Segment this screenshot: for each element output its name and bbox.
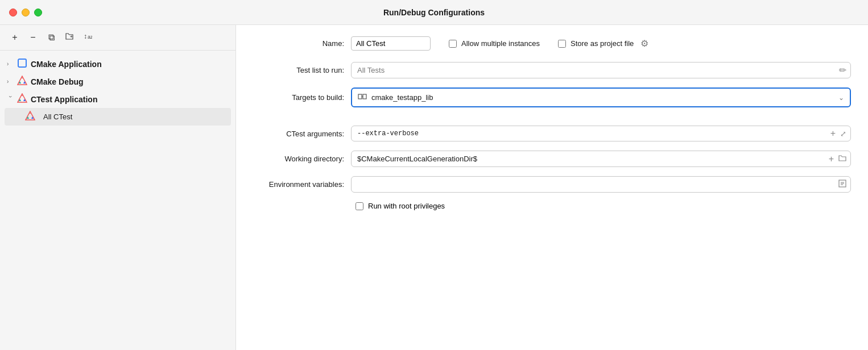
root-privileges-row: Run with root privileges: [356, 202, 851, 210]
root-privileges-label: Run with root privileges: [368, 202, 445, 210]
working-dir-input[interactable]: [351, 151, 851, 167]
sidebar-item-ctest-application[interactable]: › CTest Application: [0, 90, 235, 108]
ctest-args-field-wrapper: + ⤢: [351, 126, 851, 141]
chevron-right-icon: ›: [7, 61, 14, 67]
targets-row: Targets to build: cmake_testapp_lib ⌄: [253, 88, 851, 107]
new-folder-button[interactable]: +: [61, 30, 77, 45]
sidebar-label-ctest-application: CTest Application: [31, 95, 97, 104]
working-dir-field-wrapper: +: [351, 151, 851, 167]
targets-dropdown[interactable]: cmake_testapp_lib ⌄: [351, 88, 851, 107]
add-dir-icon[interactable]: +: [829, 154, 834, 164]
ctest-args-icons: + ⤢: [830, 128, 846, 139]
ctest-args-input[interactable]: [351, 126, 851, 141]
allow-multiple-group: Allow multiple instances: [449, 39, 540, 48]
all-ctest-icon: [25, 111, 35, 123]
add-config-button[interactable]: +: [7, 30, 23, 45]
name-row: Name: Allow multiple instances Store as …: [253, 36, 851, 51]
remove-config-button[interactable]: −: [25, 30, 41, 45]
allow-multiple-label: Allow multiple instances: [461, 39, 540, 48]
svg-text:az: az: [88, 34, 92, 40]
chevron-right-icon-2: ›: [7, 78, 14, 85]
allow-multiple-checkbox[interactable]: [449, 40, 457, 48]
sidebar-toolbar: + − ⧉ +: [0, 25, 235, 51]
edit-icon[interactable]: ✏: [839, 65, 846, 76]
dropdown-arrow-icon: ⌄: [838, 94, 844, 102]
maximize-button[interactable]: [34, 9, 42, 16]
store-project-label: Store as project file: [571, 39, 634, 48]
targets-label: Targets to build:: [253, 93, 344, 102]
targets-value: cmake_testapp_lib: [371, 93, 838, 102]
browse-dir-icon[interactable]: [838, 154, 846, 164]
titlebar: Run/Debug Configurations: [0, 0, 868, 25]
close-button[interactable]: [9, 9, 17, 16]
sidebar-item-all-ctest[interactable]: All CTest: [5, 108, 231, 126]
ctest-app-icon: [17, 93, 27, 105]
svg-rect-17: [363, 94, 366, 99]
env-vars-label: Environment variables:: [253, 180, 344, 189]
window-title: Run/Debug Configurations: [383, 8, 485, 17]
main-layout: + − ⧉ +: [0, 25, 868, 350]
working-dir-icons: +: [829, 154, 846, 164]
sidebar-tree: › CMake Application ›: [0, 51, 235, 350]
env-vars-icons: [838, 180, 846, 189]
svg-text:↕: ↕: [84, 32, 87, 40]
content-panel: Name: Allow multiple instances Store as …: [236, 25, 868, 350]
main-window: Run/Debug Configurations + − ⧉: [0, 0, 868, 350]
cmake-app-icon: [17, 58, 27, 70]
cmake-debug-icon: [17, 76, 27, 88]
copy-config-button[interactable]: ⧉: [43, 30, 59, 45]
root-privileges-checkbox[interactable]: [356, 202, 363, 210]
expand-arg-icon[interactable]: ⤢: [840, 130, 846, 138]
env-vars-row: Environment variables:: [253, 176, 851, 193]
sort-button[interactable]: ↕ az: [80, 30, 96, 45]
working-dir-row: Working directory: +: [253, 151, 851, 167]
name-label: Name:: [253, 39, 344, 48]
svg-rect-3: [18, 59, 26, 67]
gear-icon[interactable]: ⚙: [640, 38, 648, 49]
sidebar: + − ⧉ +: [0, 25, 236, 350]
ctest-args-row: CTest arguments: + ⤢: [253, 126, 851, 141]
ctest-args-label: CTest arguments:: [253, 130, 344, 138]
test-list-label: Test list to run:: [253, 66, 344, 74]
name-input[interactable]: [351, 36, 431, 51]
store-project-group: Store as project file ⚙: [558, 38, 648, 49]
sidebar-item-cmake-application[interactable]: › CMake Application: [0, 55, 235, 73]
sidebar-label-cmake-debug: CMake Debug: [31, 77, 84, 86]
sidebar-label-all-ctest: All CTest: [39, 113, 72, 121]
add-arg-icon[interactable]: +: [830, 128, 836, 139]
traffic-lights: [9, 9, 42, 16]
test-list-input[interactable]: [351, 62, 851, 78]
working-dir-label: Working directory:: [253, 155, 344, 163]
test-list-icons: ✏: [839, 65, 846, 76]
test-list-row: Test list to run: ✏: [253, 62, 851, 78]
minimize-button[interactable]: [22, 9, 30, 16]
sidebar-label-cmake-application: CMake Application: [31, 60, 102, 69]
chevron-down-icon-ctest: ›: [7, 96, 14, 103]
env-vars-input[interactable]: [351, 176, 851, 193]
env-vars-expand-icon[interactable]: [838, 180, 846, 189]
env-vars-field-wrapper: [351, 176, 851, 193]
svg-rect-16: [358, 94, 362, 99]
svg-text:+: +: [70, 34, 73, 39]
sidebar-item-cmake-debug[interactable]: › CMake Debug: [0, 73, 235, 90]
test-list-field-wrapper: ✏: [351, 62, 851, 78]
target-icon: [358, 92, 367, 103]
store-project-checkbox[interactable]: [558, 40, 566, 48]
